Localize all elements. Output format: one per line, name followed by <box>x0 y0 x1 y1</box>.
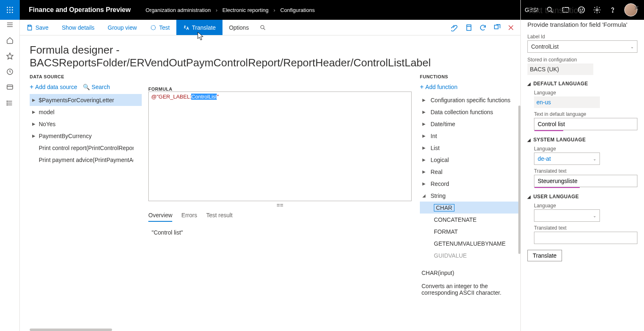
translated-text-input[interactable] <box>534 175 637 187</box>
tab-errors[interactable]: Errors <box>181 212 197 222</box>
function-item[interactable]: FORMAT <box>420 225 520 237</box>
function-group[interactable]: ▶Data collection functions <box>420 106 520 118</box>
home-icon[interactable] <box>6 36 14 45</box>
function-item[interactable]: CONCATENATE <box>420 214 520 225</box>
add-data-source-button[interactable]: Add data source <box>30 83 77 91</box>
stored-config-label: Stored in configuration <box>527 57 637 63</box>
office-icon[interactable] <box>465 24 473 31</box>
save-button[interactable]: Save <box>20 20 55 35</box>
function-item[interactable]: GETENUMVALUEBYNAME <box>420 237 520 249</box>
system-language-dropdown[interactable]: de-at⌄ <box>534 153 600 165</box>
functions-header: FUNCTIONS <box>420 74 520 79</box>
function-group[interactable]: ▶Record <box>420 178 520 190</box>
options-label: Options <box>229 24 249 31</box>
label-id-dropdown[interactable]: ControlList⌄ <box>527 40 637 53</box>
tab-test-result[interactable]: Test result <box>206 212 232 222</box>
search-label: Search <box>91 84 110 90</box>
formula-editor[interactable]: @"GER_LABEL:ControlList" <box>148 92 412 201</box>
function-item-label: GUIDVALUE <box>434 252 467 259</box>
function-group[interactable]: ▶Date/time <box>420 118 520 130</box>
breadcrumb-item[interactable]: Electronic reporting <box>222 7 269 13</box>
data-source-item-label: NoYes <box>39 121 56 127</box>
group-view-button[interactable]: Group view <box>101 20 143 35</box>
svg-rect-36 <box>494 25 498 29</box>
breadcrumb-item[interactable]: Organization administration <box>145 7 211 13</box>
function-group[interactable]: ▶Logical <box>420 154 520 166</box>
chevron-right-icon: ▶ <box>422 146 428 150</box>
function-item[interactable]: CHAR <box>420 202 520 214</box>
data-source-item[interactable]: ▶NoYes <box>30 118 142 130</box>
system-language-section[interactable]: ◢SYSTEM LANGUAGE <box>527 137 637 143</box>
function-group[interactable]: ▶Real <box>420 166 520 178</box>
chevron-down-icon: ⌄ <box>593 214 596 218</box>
function-item[interactable]: GUIDVALUE <box>420 249 520 261</box>
function-description: Converts an integer to the corresponding… <box>422 283 519 296</box>
modules-icon[interactable] <box>6 99 14 107</box>
svg-point-0 <box>7 7 8 8</box>
user-language-section[interactable]: ◢USER LANGUAGE <box>527 194 637 200</box>
function-group[interactable]: ▶Configuration specific functions <box>420 94 520 106</box>
default-language-section[interactable]: ◢DEFAULT LANGUAGE <box>527 81 637 87</box>
breadcrumb: Organization administration › Electronic… <box>145 7 315 13</box>
show-details-button[interactable]: Show details <box>55 20 101 35</box>
search-command-button[interactable] <box>255 20 270 35</box>
function-group[interactable]: ▶List <box>420 142 520 154</box>
hamburger-icon[interactable] <box>6 21 14 29</box>
data-source-item-label: Print payment advice(PrintPaymentAdvice) <box>39 157 133 163</box>
splitter-handle[interactable]: == <box>148 201 412 209</box>
data-source-item[interactable]: ▶Print control report(PrintControlReport… <box>30 142 142 154</box>
result-tabs: Overview Errors Test result <box>148 209 412 222</box>
function-item-label: CONCATENATE <box>434 216 477 223</box>
app-launcher-button[interactable] <box>0 0 20 20</box>
function-group[interactable]: ◢String <box>420 190 520 202</box>
workspace-icon[interactable] <box>6 83 14 92</box>
search-data-source-button[interactable]: 🔍Search <box>83 84 110 90</box>
svg-point-1 <box>9 7 11 8</box>
function-item-label: CHAR <box>434 204 454 211</box>
data-source-tree: ▶$PaymentsForCoveringLetter ▶model ▶NoYe… <box>30 94 142 166</box>
breadcrumb-item[interactable]: Configurations <box>280 7 315 13</box>
data-source-item[interactable]: ▶model <box>30 106 142 118</box>
refresh-icon[interactable] <box>479 24 487 31</box>
chevron-right-icon: ▶ <box>422 110 428 114</box>
chevron-right-icon: ▶ <box>32 134 36 138</box>
function-group-label: Data collection functions <box>431 109 493 115</box>
translate-button[interactable]: Translate <box>176 20 222 35</box>
recent-icon[interactable] <box>6 68 14 76</box>
close-panel-button[interactable]: ✕ <box>634 4 639 12</box>
svg-point-6 <box>7 12 8 13</box>
function-item-label: FORMAT <box>434 228 458 235</box>
close-icon[interactable] <box>507 24 515 31</box>
user-language-dropdown[interactable]: ⌄ <box>534 209 600 222</box>
svg-point-3 <box>7 9 8 11</box>
options-button[interactable]: Options <box>222 20 255 35</box>
function-group[interactable]: ▶Int <box>420 130 520 142</box>
test-button[interactable]: Test <box>143 20 176 35</box>
translate-action-button[interactable]: Translate <box>527 250 562 261</box>
chevron-right-icon: ▶ <box>422 122 428 126</box>
svg-point-2 <box>12 7 13 8</box>
svg-point-8 <box>12 12 13 13</box>
tab-overview[interactable]: Overview <box>148 212 172 222</box>
chevron-right-icon: ▶ <box>422 98 428 102</box>
add-function-button[interactable]: Add function <box>420 83 457 91</box>
section-header-label: USER LANGUAGE <box>533 194 579 200</box>
chevron-down-icon: ◢ <box>422 193 428 198</box>
translated-text-label: Translated text <box>534 168 637 174</box>
user-text-input[interactable] <box>534 232 637 244</box>
data-source-header: DATA SOURCE <box>30 74 142 79</box>
star-icon[interactable] <box>6 52 14 60</box>
formula-text-prefix: @"GER_LABEL: <box>151 94 191 100</box>
search-icon: 🔍 <box>83 84 90 90</box>
default-text-input[interactable] <box>534 118 637 130</box>
horizontal-scrollbar[interactable] <box>30 329 112 331</box>
popout-icon[interactable] <box>493 24 501 31</box>
panel-subtitle: Provide translation for field 'Formula' <box>527 21 637 28</box>
attachments-icon[interactable] <box>451 24 459 31</box>
formula-header: FORMULA <box>148 87 412 92</box>
data-source-item[interactable]: ▶PaymentByCurrency <box>30 130 142 142</box>
data-source-item[interactable]: ▶Print payment advice(PrintPaymentAdvice… <box>30 154 142 166</box>
data-source-item[interactable]: ▶$PaymentsForCoveringLetter <box>30 94 142 106</box>
stored-config-value: BACS (UK) <box>527 63 593 75</box>
function-group-label: Record <box>431 181 449 187</box>
